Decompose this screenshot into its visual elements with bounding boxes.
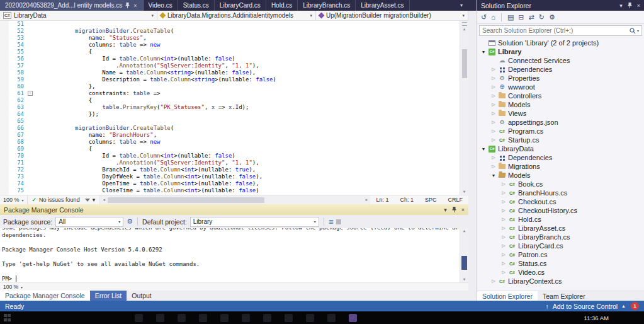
tree-item-library[interactable]: ▾C#Library [477, 47, 644, 56]
expander-icon[interactable]: ▷ [490, 76, 497, 81]
document-tab-librarybranch-cs[interactable]: LibraryBranch.cs [298, 0, 356, 11]
breakpoint-margin[interactable] [0, 35, 9, 42]
code-editor[interactable]: 5152 migrationBuilder.CreateTable(53 nam… [0, 21, 468, 195]
expander-icon[interactable]: ▷ [500, 217, 507, 222]
code-line[interactable]: 67 name: "BranchHours", [0, 132, 460, 139]
breakpoint-margin[interactable] [0, 159, 9, 166]
package-source-dropdown[interactable]: All ▾ [55, 217, 123, 227]
window-position-chevron-icon[interactable]: ▾ [444, 207, 447, 213]
expander-icon[interactable]: ▷ [490, 120, 497, 125]
breakpoint-margin[interactable] [0, 132, 9, 139]
taskbar-icon[interactable] [285, 314, 293, 322]
tree-item-connected-services[interactable]: ☁Connected Services [477, 56, 644, 65]
package-source-settings-gear-icon[interactable]: ⚙ [127, 217, 133, 226]
panel-tab-output[interactable]: Output [127, 291, 157, 301]
switch-views-icon[interactable]: ↺ [481, 13, 487, 21]
type-dropdown[interactable]: LibraryData.Migrations.Addinitialentitym… [157, 11, 316, 20]
panel-tab-error-list[interactable]: Error List [90, 291, 127, 301]
breakpoint-margin[interactable] [0, 69, 9, 76]
window-position-chevron-icon[interactable]: ▾ [619, 3, 623, 9]
scroll-left-icon[interactable]: ◄ [100, 198, 108, 202]
expander-icon[interactable]: ▷ [490, 67, 497, 72]
tree-item-dependencies[interactable]: ▷Dependencies [477, 153, 644, 162]
tree-item-startup-cs[interactable]: ▷C#Startup.cs [477, 136, 644, 144]
expander-icon[interactable]: ▷ [500, 199, 507, 204]
expander-icon[interactable]: ▷ [500, 182, 507, 187]
tree-item-dependencies[interactable]: ▷Dependencies [477, 65, 644, 74]
panel-tab-team-explorer[interactable]: Team Explorer [538, 291, 590, 301]
code-line[interactable]: 51 [0, 21, 460, 28]
tree-item-program-cs[interactable]: ▷C#Program.cs [477, 127, 644, 136]
breakpoint-margin[interactable] [0, 153, 9, 159]
breakpoint-margin[interactable] [0, 49, 9, 55]
scroll-up-icon[interactable]: ▲ [463, 228, 466, 233]
scroll-down-icon[interactable]: ▼ [463, 189, 466, 194]
sync-with-active-document-icon[interactable]: ⇄ [529, 13, 534, 21]
console-output[interactable]: Some packages may include dependencies w… [0, 228, 468, 282]
expander-icon[interactable]: ▾ [490, 173, 497, 178]
search-icon[interactable]: ▾ [630, 28, 639, 34]
code-line[interactable]: 62 { [0, 97, 460, 104]
code-line[interactable]: 73 DayOfWeek = table.Column<int>(nullabl… [0, 173, 460, 180]
expander-icon[interactable]: ▷ [500, 226, 507, 231]
tree-item-appsettings-json[interactable]: ▷⚙appsettings.json [477, 118, 644, 127]
pin-icon[interactable] [452, 207, 456, 212]
tree-item-properties[interactable]: ▷⚙Properties [477, 74, 644, 83]
tree-item-librarycard-cs[interactable]: ▷C#LibraryCard.cs [477, 241, 644, 250]
editor-horizontal-scrollbar[interactable]: ◄ ► [99, 195, 370, 204]
breakpoint-margin[interactable] [0, 90, 9, 97]
tree-item-wwwroot[interactable]: ▷⊕wwwroot [477, 83, 644, 91]
tree-item-branchhours-cs[interactable]: ▷C#BranchHours.cs [477, 188, 644, 197]
tree-item-librarybranch-cs[interactable]: ▷C#LibraryBranch.cs [477, 233, 644, 241]
expander-icon[interactable]: ▷ [500, 234, 507, 240]
code-line[interactable]: 55 { [0, 49, 460, 55]
expander-icon[interactable]: ▷ [490, 279, 497, 284]
tree-item-migrations[interactable]: ▷Migrations [477, 162, 644, 171]
breakpoint-margin[interactable] [0, 55, 9, 62]
tree-item-models[interactable]: ▷Models [477, 100, 644, 109]
code-line[interactable]: 75 CloseTime = table.Column<int>(nullabl… [0, 187, 460, 194]
breakpoint-margin[interactable] [0, 118, 9, 125]
document-tab-librarycard-cs[interactable]: LibraryCard.cs [215, 0, 266, 11]
split-editor-handle[interactable] [462, 22, 467, 26]
taskbar-icon[interactable] [263, 314, 271, 322]
member-dropdown[interactable]: Up(MigrationBuilder migrationBuilder) ▾ [316, 11, 468, 20]
code-line[interactable]: 66 migrationBuilder.CreateTable( [0, 125, 460, 132]
pin-icon[interactable] [125, 3, 130, 8]
expander-icon[interactable]: ▷ [490, 84, 497, 90]
breakpoint-margin[interactable] [0, 139, 9, 146]
tree-item-solution-library-2-of-2-projects[interactable]: Solution 'Library' (2 of 2 projects) [477, 38, 644, 47]
expander-icon[interactable]: ▾ [480, 146, 487, 152]
panel-tab-package-manager-console[interactable]: Package Manager Console [0, 291, 90, 301]
scrollbar-thumb[interactable] [108, 197, 264, 203]
code-line[interactable]: 74 OpenTime = table.Column<int>(nullable… [0, 180, 460, 187]
expander-icon[interactable]: ▷ [500, 190, 507, 195]
taskbar-icon[interactable] [327, 314, 336, 322]
tree-item-video-cs[interactable]: ▷C#Video.cs [477, 268, 644, 277]
code-line[interactable]: 58 Name = table.Column<string>(nullable:… [0, 69, 460, 76]
code-line[interactable]: 68 columns: table => new [0, 139, 460, 146]
expander-icon[interactable]: ▷ [490, 129, 497, 134]
taskbar-icon-active[interactable] [349, 314, 357, 322]
breakpoint-margin[interactable] [0, 62, 9, 69]
code-line[interactable]: 69 { [0, 146, 460, 153]
clear-console-icon[interactable]: ≣ [329, 218, 333, 225]
solution-explorer-title-bar[interactable]: Solution Explorer ▾ × [477, 0, 644, 11]
pmc-title-bar[interactable]: Package Manager Console ▾ × [0, 204, 468, 215]
notification-bell-badge[interactable]: 1 [631, 302, 639, 310]
scrollbar-thumb[interactable] [462, 49, 467, 78]
breakpoint-margin[interactable] [0, 42, 9, 49]
breakpoint-margin[interactable] [0, 166, 9, 173]
expander-icon[interactable]: ▷ [490, 102, 497, 107]
breakpoint-margin[interactable] [0, 97, 9, 104]
expander-icon[interactable]: ▷ [490, 164, 497, 169]
console-zoom-control[interactable]: 100 % ▾ [0, 282, 468, 291]
breakpoint-margin[interactable] [0, 104, 9, 111]
tree-item-librarycontext-cs[interactable]: ▷C#LibraryContext.cs [477, 277, 644, 286]
breakpoint-margin[interactable] [0, 173, 9, 180]
editor-vertical-scrollbar[interactable]: ▲ ▼ [460, 21, 468, 195]
taskbar-icon[interactable] [156, 314, 164, 322]
breakpoint-margin[interactable] [0, 146, 9, 153]
expander-icon[interactable]: ▷ [490, 155, 497, 160]
taskbar-icon[interactable] [242, 314, 250, 322]
